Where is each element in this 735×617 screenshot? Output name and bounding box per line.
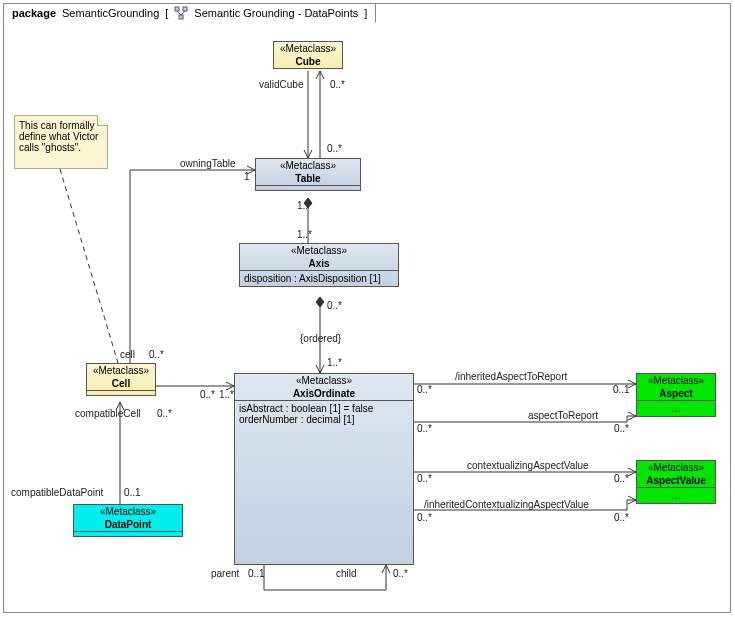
attr1: isAbstract : boolean [1] = false: [239, 403, 409, 414]
diagram-icon: [174, 6, 188, 20]
stereotype: «Metaclass»: [256, 159, 360, 172]
label-compatiblecell: compatibleCell: [75, 408, 141, 419]
stereotype: «Metaclass»: [240, 244, 398, 257]
mult: 1..*: [327, 357, 342, 368]
label-compatibledatapoint: compatibleDataPoint: [11, 487, 103, 498]
svg-rect-2: [179, 15, 183, 19]
attr-compartment: [256, 186, 360, 190]
label-ordered: {ordered}: [300, 333, 341, 344]
package-name: SemanticGrounding: [62, 7, 159, 19]
note-text: This can formally define what Victor cal…: [19, 120, 98, 153]
class-aspectvalue[interactable]: «Metaclass» AspectValue ...: [636, 460, 716, 504]
mult: 0..*: [417, 512, 432, 523]
label-inheritedcontextualizingaspectvalue: /inheritedContextualizingAspectValue: [424, 499, 589, 510]
attr-compartment: [74, 532, 182, 536]
label-cell: cell: [120, 349, 135, 360]
class-name: Table: [256, 172, 360, 186]
package-tab: package SemanticGrounding [ Semantic Gro…: [3, 3, 376, 23]
class-name: Axis: [240, 257, 398, 271]
attr2: orderNumber : decimal [1]: [239, 414, 409, 425]
label-parent: parent: [211, 568, 239, 579]
mult: 0..*: [200, 389, 215, 400]
mult: 0..*: [614, 473, 629, 484]
class-cell[interactable]: «Metaclass» Cell: [86, 363, 156, 396]
diagram-canvas: package SemanticGrounding [ Semantic Gro…: [0, 0, 735, 617]
tab-bracket-open: [: [165, 7, 168, 19]
class-axis[interactable]: «Metaclass» Axis disposition : AxisDispo…: [239, 243, 399, 287]
mult: 0..*: [393, 568, 408, 579]
ellipsis: ...: [637, 401, 715, 416]
mult: 0..*: [417, 384, 432, 395]
svg-rect-1: [183, 7, 187, 11]
class-name: Cube: [274, 55, 342, 68]
svg-line-4: [181, 11, 185, 15]
stereotype: «Metaclass»: [74, 505, 182, 518]
svg-rect-0: [175, 7, 179, 11]
mult: 0..*: [614, 423, 629, 434]
mult: 1..*: [297, 200, 312, 211]
label-validcube: validCube: [259, 79, 303, 90]
mult: 0..1: [248, 568, 265, 579]
mult: 0..*: [614, 512, 629, 523]
package-keyword: package: [12, 7, 56, 19]
mult: 0..*: [327, 143, 342, 154]
label-contextualizingaspectvalue: contextualizingAspectValue: [467, 460, 589, 471]
mult: 1..*: [219, 389, 234, 400]
stereotype: «Metaclass»: [235, 374, 413, 387]
mult: 0..*: [417, 473, 432, 484]
class-table[interactable]: «Metaclass» Table: [255, 158, 361, 191]
mult: 1: [244, 171, 250, 182]
mult: 0..1: [613, 384, 630, 395]
class-name: DataPoint: [74, 518, 182, 532]
ellipsis: ...: [637, 488, 715, 503]
note-ghosts: This can formally define what Victor cal…: [14, 115, 108, 169]
mult: 0..*: [149, 349, 164, 360]
stereotype: «Metaclass»: [637, 374, 715, 387]
mult: 0..*: [330, 79, 345, 90]
attr-compartment: isAbstract : boolean [1] = false orderNu…: [235, 401, 413, 427]
tab-diagram-name: Semantic Grounding - DataPoints: [194, 7, 358, 19]
attr-compartment: [87, 391, 155, 395]
class-name: Aspect: [637, 387, 715, 401]
class-axisordinate[interactable]: «Metaclass» AxisOrdinate isAbstract : bo…: [234, 373, 414, 565]
label-child: child: [336, 568, 357, 579]
attr: disposition : AxisDisposition [1]: [240, 271, 398, 286]
mult: 0..1: [124, 487, 141, 498]
class-name: Cell: [87, 377, 155, 391]
class-name: AxisOrdinate: [235, 387, 413, 401]
label-aspecttoreport: aspectToReport: [528, 410, 598, 421]
label-inheritedaspecttoreport: /inheritedAspectToReport: [455, 371, 567, 382]
stereotype: «Metaclass»: [274, 42, 342, 55]
tab-bracket-close: ]: [364, 7, 367, 19]
mult: 0..*: [157, 408, 172, 419]
class-datapoint[interactable]: «Metaclass» DataPoint: [73, 504, 183, 537]
label-owningtable: owningTable: [180, 158, 236, 169]
stereotype: «Metaclass»: [637, 461, 715, 474]
mult: 0..*: [327, 300, 342, 311]
mult: 1..*: [297, 229, 312, 240]
mult: 0..*: [417, 423, 432, 434]
class-cube[interactable]: «Metaclass» Cube: [273, 41, 343, 69]
class-aspect[interactable]: «Metaclass» Aspect ...: [636, 373, 716, 417]
class-name: AspectValue: [637, 474, 715, 488]
stereotype: «Metaclass»: [87, 364, 155, 377]
svg-line-3: [177, 11, 181, 15]
